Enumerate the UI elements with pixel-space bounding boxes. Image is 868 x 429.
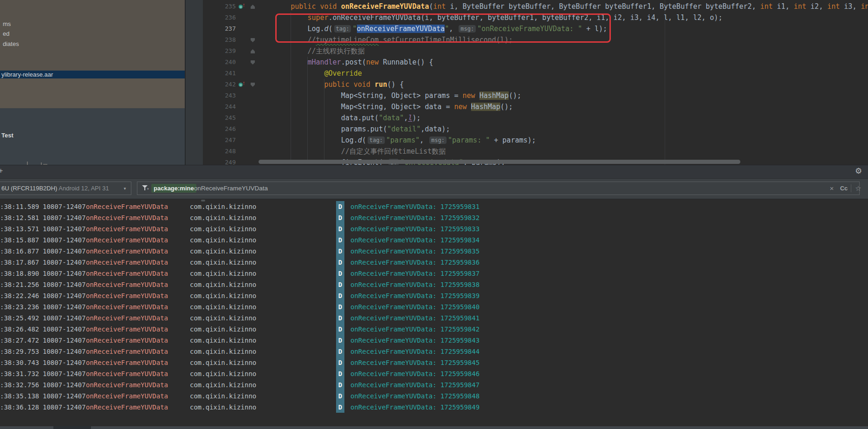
log-package: com.qixin.kizinno xyxy=(190,212,256,223)
code-segment: + params); xyxy=(490,136,536,144)
code-segment xyxy=(257,125,341,133)
log-pid-tid: 10807-12407 xyxy=(43,402,86,413)
code-text: //自定义事件回传timeList数据 xyxy=(257,146,446,157)
filter-funnel-icon[interactable]: ▾ xyxy=(142,185,149,192)
code-line-247[interactable]: 247 Log.d(tag:"params", msg:"params: " +… xyxy=(186,135,868,146)
code-line-243[interactable]: 243 Map<String, Object> params = new Has… xyxy=(186,90,868,101)
code-line-248[interactable]: 248 //自定义事件回传timeList数据 xyxy=(186,146,868,157)
fold-marker-icon[interactable] xyxy=(251,49,255,53)
code-segment xyxy=(257,2,291,11)
project-panel[interactable]: ms ed diates ylibrary-release.aar Test xyxy=(0,0,186,165)
log-timestamp: :38:16.877 xyxy=(0,246,39,257)
fold-marker-icon[interactable] xyxy=(251,5,255,9)
code-segment: //主线程执行数据 xyxy=(307,47,364,56)
code-line-246[interactable]: 246 params.put("detail",data); xyxy=(186,124,868,135)
log-row[interactable]: :38:12.58110807-12407onReceiveFrameYUVDa… xyxy=(0,212,868,223)
tree-item-selected-aar-file[interactable]: ylibrary-release.aar xyxy=(0,71,186,78)
log-package: com.qixin.kizinno xyxy=(190,335,256,346)
log-message: onReceiveFrameYUVData: 1725959844 xyxy=(350,346,479,357)
code-segment: @Override xyxy=(324,69,362,78)
log-pid-tid: 10807-12407 xyxy=(43,246,86,257)
code-segment: public void xyxy=(291,2,341,11)
tree-section-label[interactable]: Test xyxy=(1,132,13,139)
code-editor[interactable]: 235o↑ public void onReceiveFrameYUVData(… xyxy=(186,0,868,165)
code-line-245[interactable]: 245 data.put("data",l); xyxy=(186,112,868,124)
log-row[interactable]: :38:31.73210807-12407onReceiveFrameYUVDa… xyxy=(0,368,868,379)
code-line-240[interactable]: 240 mHandler.post(new Runnable() { xyxy=(186,57,868,68)
log-row[interactable]: :38:27.47210807-12407onReceiveFrameYUVDa… xyxy=(0,335,868,346)
log-tag: onReceiveFrameYUVData xyxy=(86,390,168,402)
line-number: 242 xyxy=(216,79,236,90)
log-package: com.qixin.kizinno xyxy=(190,301,256,312)
log-row[interactable]: :38:18.89010807-12407onReceiveFrameYUVDa… xyxy=(0,268,868,279)
tree-item[interactable]: diates xyxy=(3,40,19,48)
code-line-242[interactable]: 242o↑ public void run() { xyxy=(186,79,868,90)
match-case-toggle[interactable]: Cc xyxy=(838,182,849,195)
log-row[interactable]: :38:30.74310807-12407onReceiveFrameYUVDa… xyxy=(0,357,868,368)
log-row[interactable]: :38:17.86710807-12407onReceiveFrameYUVDa… xyxy=(0,257,868,268)
filter-chip-package-mine[interactable]: package:mine xyxy=(151,184,196,193)
log-tag: onReceiveFrameYUVData xyxy=(86,301,168,312)
clear-filter-icon[interactable]: × xyxy=(827,182,836,195)
log-row[interactable]: :38:32.75610807-12407onReceiveFrameYUVDa… xyxy=(0,379,868,390)
log-message: onReceiveFrameYUVData: 1725959832 xyxy=(350,212,479,223)
log-row[interactable]: :38:22.24610807-12407onReceiveFrameYUVDa… xyxy=(0,290,868,301)
code-text: public void run() { xyxy=(257,79,404,90)
log-row[interactable]: :38:26.48210807-12407onReceiveFrameYUVDa… xyxy=(0,324,868,335)
log-row[interactable]: :38:35.13810807-12407onReceiveFrameYUVDa… xyxy=(0,390,868,402)
overriding-method-icon[interactable]: o↑ xyxy=(239,82,247,87)
device-selector-dropdown[interactable]: 6U (RFCR119B2DH) Android 12, API 31 ▼ xyxy=(0,182,131,195)
log-message: onReceiveFrameYUVData: 1725959833 xyxy=(350,223,479,234)
log-row[interactable]: :38:15.88710807-12407onReceiveFrameYUVDa… xyxy=(0,234,868,246)
code-line-235[interactable]: 235o↑ public void onReceiveFrameYUVData(… xyxy=(186,1,868,12)
log-message: onReceiveFrameYUVData: 1725959835 xyxy=(350,246,479,257)
filter-query-text[interactable]: onReceiveFrameYUVData xyxy=(194,182,268,195)
code-segment: i3, xyxy=(840,2,861,11)
code-segment: tag: xyxy=(368,136,385,144)
favorite-filter-star-icon[interactable]: ☆ xyxy=(853,182,863,195)
code-segment: params.put( xyxy=(341,125,387,133)
log-row[interactable]: :38:25.49210807-12407onReceiveFrameYUVDa… xyxy=(0,312,868,324)
panel-scroll-mark xyxy=(27,162,28,165)
log-message: onReceiveFrameYUVData: 1725959842 xyxy=(350,324,479,335)
overriding-method-icon[interactable]: o↑ xyxy=(239,4,247,9)
log-row[interactable]: :38:21.25610807-12407onReceiveFrameYUVDa… xyxy=(0,279,868,290)
logcat-horizontal-scrollbar[interactable] xyxy=(0,426,868,429)
log-pid-tid: 10807-12407 xyxy=(43,390,86,402)
log-tag: onReceiveFrameYUVData xyxy=(86,223,168,234)
log-tag: onReceiveFrameYUVData xyxy=(86,279,168,290)
editor-horizontal-scrollbar[interactable] xyxy=(259,160,740,164)
log-message: onReceiveFrameYUVData: 1725959845 xyxy=(350,357,479,368)
log-package: com.qixin.kizinno xyxy=(190,234,256,246)
code-segment: (); xyxy=(500,103,513,111)
log-message: onReceiveFrameYUVData: 1725959834 xyxy=(350,234,479,246)
log-pid-tid: 10807-12407 xyxy=(43,346,86,357)
code-segment: mHandler xyxy=(307,58,341,66)
logcat-filter-input[interactable]: ▾ package:mine onReceiveFrameYUVData × C… xyxy=(137,182,860,195)
log-pid-tid: 10807-12407 xyxy=(43,290,86,301)
settings-gear-icon[interactable]: ⚙ xyxy=(855,166,862,176)
log-row[interactable]: :38:23.23610807-12407onReceiveFrameYUVDa… xyxy=(0,301,868,312)
code-line-244[interactable]: 244 Map<String, Object> data = new HashM… xyxy=(186,101,868,112)
code-segment: "params" xyxy=(386,136,420,144)
log-row[interactable]: :38:13.57110807-12407onReceiveFrameYUVDa… xyxy=(0,223,868,234)
fold-marker-icon[interactable] xyxy=(251,83,255,87)
log-row[interactable]: :38:36.12810807-12407onReceiveFrameYUVDa… xyxy=(0,402,868,413)
code-line-239[interactable]: 239 //主线程执行数据 xyxy=(186,46,868,57)
logcat-output-panel[interactable]: :38:11.58910807-12407onReceiveFrameYUVDa… xyxy=(0,199,868,429)
tree-item[interactable]: ed xyxy=(3,30,9,38)
log-package: com.qixin.kizinno xyxy=(190,268,256,279)
scrollbar-thumb[interactable] xyxy=(53,426,91,429)
tree-item[interactable]: ms xyxy=(3,20,11,28)
log-row[interactable]: :38:16.87710807-12407onReceiveFrameYUVDa… xyxy=(0,246,868,257)
code-line-241[interactable]: 241 @Override xyxy=(186,68,868,79)
log-row[interactable]: :38:29.75310807-12407onReceiveFrameYUVDa… xyxy=(0,346,868,357)
fold-marker-icon[interactable] xyxy=(251,60,255,65)
log-timestamp: :38:15.887 xyxy=(0,234,39,246)
log-message: onReceiveFrameYUVData: 1725959848 xyxy=(350,390,479,402)
add-tab-button[interactable]: + xyxy=(0,167,3,175)
fold-marker-icon[interactable] xyxy=(251,38,255,42)
code-text: data.put("data",l); xyxy=(257,112,421,124)
log-package: com.qixin.kizinno xyxy=(190,312,256,324)
log-row[interactable]: :38:11.58910807-12407onReceiveFrameYUVDa… xyxy=(0,201,868,212)
